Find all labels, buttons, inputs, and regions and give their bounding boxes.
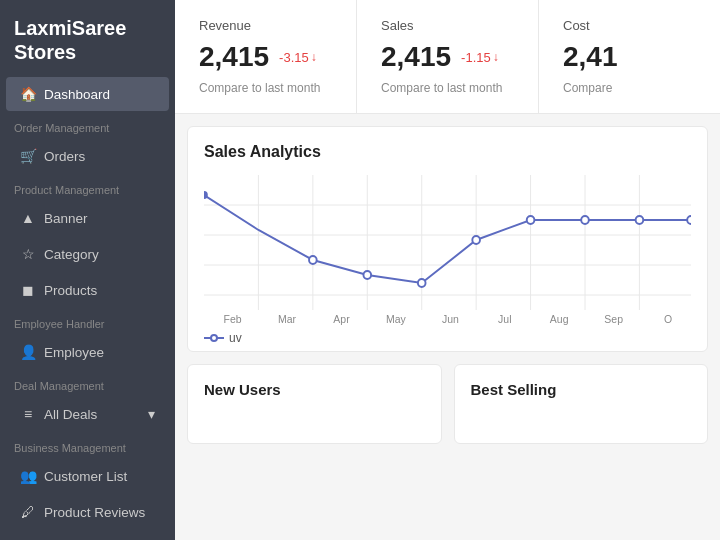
- revenue-change: -3.15 ↓: [279, 50, 317, 65]
- svg-text:May: May: [386, 313, 406, 325]
- section-business-management: Business Management: [0, 432, 175, 458]
- sidebar: LaxmiSareeStores 🏠 Dashboard Order Manag…: [0, 0, 175, 540]
- deals-icon: ≡: [20, 406, 36, 422]
- section-employee-handler: Employee Handler: [0, 308, 175, 334]
- svg-text:Feb: Feb: [224, 313, 242, 325]
- stat-card-sales: Sales 2,415 -1.15 ↓ Compare to last mont…: [357, 0, 539, 113]
- svg-point-13: [309, 256, 317, 264]
- sales-compare: Compare to last month: [381, 81, 514, 95]
- stat-card-revenue: Revenue 2,415 -3.15 ↓ Compare to last mo…: [175, 0, 357, 113]
- sidebar-employee-label: Employee: [44, 345, 104, 360]
- sidebar-item-coupon[interactable]: 🏷 Coupon: [6, 531, 169, 540]
- sidebar-banner-label: Banner: [44, 211, 88, 226]
- banner-icon: ▲: [20, 210, 36, 226]
- revenue-down-arrow: ↓: [311, 50, 317, 64]
- sidebar-productreviews-label: Product Reviews: [44, 505, 145, 520]
- svg-text:Apr: Apr: [333, 313, 350, 325]
- svg-text:Jul: Jul: [498, 313, 511, 325]
- sales-down-arrow: ↓: [493, 50, 499, 64]
- sidebar-item-category[interactable]: ☆ Category: [6, 237, 169, 271]
- cost-value-row: 2,41: [563, 41, 696, 73]
- sales-label: Sales: [381, 18, 514, 33]
- sales-value: 2,415: [381, 41, 451, 73]
- revenue-label: Revenue: [199, 18, 332, 33]
- svg-point-18: [581, 216, 589, 224]
- svg-text:O: O: [664, 313, 672, 325]
- section-order-management: Order Management: [0, 112, 175, 138]
- svg-text:Sep: Sep: [604, 313, 623, 325]
- sidebar-item-products[interactable]: ◼ Products: [6, 273, 169, 307]
- svg-text:Mar: Mar: [278, 313, 296, 325]
- section-product-management: Product Management: [0, 174, 175, 200]
- revenue-compare: Compare to last month: [199, 81, 332, 95]
- reviews-icon: 🖊: [20, 504, 36, 520]
- section-deal-management: Deal Management: [0, 370, 175, 396]
- stat-card-cost: Cost 2,41 Compare: [539, 0, 720, 113]
- sidebar-alldeals-label: All Deals: [44, 407, 97, 422]
- best-selling-card: Best Selling: [454, 364, 709, 444]
- sidebar-orders-label: Orders: [44, 149, 85, 164]
- sidebar-category-label: Category: [44, 247, 99, 262]
- cost-compare: Compare: [563, 81, 696, 95]
- svg-point-17: [527, 216, 535, 224]
- svg-point-15: [418, 279, 426, 287]
- customers-icon: 👥: [20, 468, 36, 484]
- sidebar-item-customerlist[interactable]: 👥 Customer List: [6, 459, 169, 493]
- sales-change: -1.15 ↓: [461, 50, 499, 65]
- chart-legend: uv: [204, 331, 691, 345]
- sidebar-item-employee[interactable]: 👤 Employee: [6, 335, 169, 369]
- cost-label: Cost: [563, 18, 696, 33]
- employee-icon: 👤: [20, 344, 36, 360]
- new-users-card: New Users: [187, 364, 442, 444]
- sidebar-item-banner[interactable]: ▲ Banner: [6, 201, 169, 235]
- sidebar-customerlist-label: Customer List: [44, 469, 127, 484]
- stats-row: Revenue 2,415 -3.15 ↓ Compare to last mo…: [175, 0, 720, 114]
- sidebar-item-orders[interactable]: 🛒 Orders: [6, 139, 169, 173]
- revenue-value: 2,415: [199, 41, 269, 73]
- sidebar-item-dashboard[interactable]: 🏠 Dashboard: [6, 77, 169, 111]
- svg-text:Jun: Jun: [442, 313, 459, 325]
- chevron-down-icon: ▾: [148, 406, 155, 422]
- svg-point-16: [472, 236, 480, 244]
- brand-name: LaxmiSareeStores: [0, 0, 175, 76]
- svg-point-19: [636, 216, 644, 224]
- cost-value: 2,41: [563, 41, 618, 73]
- chart-area: Feb Mar Apr May Jun Jul Aug Sep O uv: [204, 175, 691, 335]
- svg-text:Aug: Aug: [550, 313, 569, 325]
- sidebar-item-alldeals[interactable]: ≡ All Deals ▾: [6, 397, 169, 431]
- category-icon: ☆: [20, 246, 36, 262]
- sales-value-row: 2,415 -1.15 ↓: [381, 41, 514, 73]
- home-icon: 🏠: [20, 86, 36, 102]
- cart-icon: 🛒: [20, 148, 36, 164]
- sidebar-item-productreviews[interactable]: 🖊 Product Reviews: [6, 495, 169, 529]
- new-users-title: New Users: [204, 381, 425, 398]
- svg-point-20: [687, 216, 691, 224]
- products-icon: ◼: [20, 282, 36, 298]
- chart-title: Sales Analytics: [204, 143, 691, 161]
- legend-uv-label: uv: [229, 331, 242, 345]
- bottom-row: New Users Best Selling: [187, 364, 708, 444]
- svg-point-14: [363, 271, 371, 279]
- main-content: Revenue 2,415 -3.15 ↓ Compare to last mo…: [175, 0, 720, 540]
- sidebar-dashboard-label: Dashboard: [44, 87, 110, 102]
- best-selling-title: Best Selling: [471, 381, 692, 398]
- sidebar-products-label: Products: [44, 283, 97, 298]
- svg-point-31: [211, 335, 217, 341]
- chart-section: Sales Analytics: [187, 126, 708, 352]
- revenue-value-row: 2,415 -3.15 ↓: [199, 41, 332, 73]
